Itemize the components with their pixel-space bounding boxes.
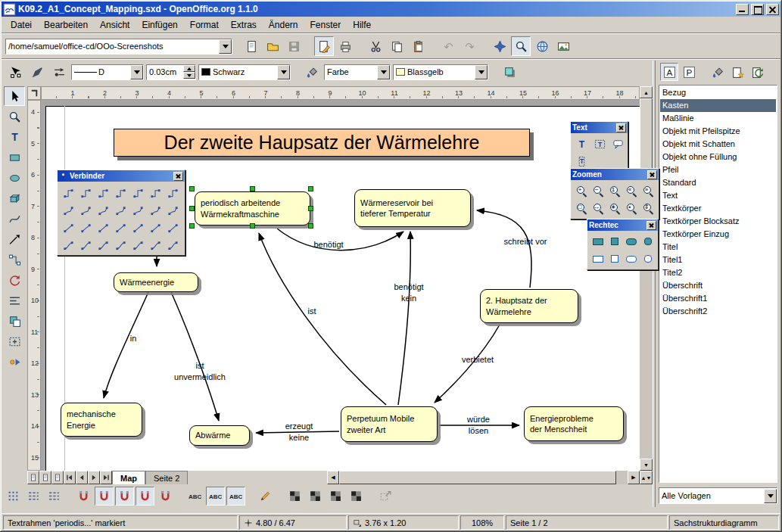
node-waermeenergie[interactable]: Wärmeenergie — [114, 272, 198, 292]
curve-tool[interactable] — [4, 209, 25, 229]
rounded-square-filled[interactable] — [640, 233, 656, 250]
selection-handle[interactable] — [189, 223, 195, 229]
connector-type-button[interactable] — [77, 219, 94, 235]
modify-with-attributes-button[interactable] — [256, 487, 275, 506]
rectangle-outline[interactable] — [590, 250, 606, 267]
rectangle-filled[interactable] — [590, 233, 606, 250]
scroll-down-button[interactable]: ▼ — [640, 459, 653, 471]
zoom-button[interactable] — [511, 36, 531, 56]
insert-tool[interactable] — [4, 331, 25, 351]
graphics-styles-button[interactable] — [660, 63, 678, 81]
close-icon[interactable] — [616, 123, 626, 132]
spin-down-button[interactable] — [183, 72, 195, 79]
snap-to-snap-lines-button[interactable] — [95, 487, 114, 506]
fill-style-combobox[interactable]: Farbe — [324, 64, 391, 80]
snap-to-grid-button[interactable] — [74, 487, 93, 506]
edge-label[interactable]: in — [121, 333, 145, 344]
vertical-ruler[interactable]: 456789101112131415 — [27, 100, 41, 471]
scroll-up-button[interactable]: ▲ — [640, 86, 653, 98]
edge-label[interactable]: ist unvermeidlich — [168, 360, 232, 383]
style-item[interactable]: Titel2 — [660, 266, 776, 279]
connector-type-button[interactable] — [129, 201, 146, 218]
close-icon[interactable] — [646, 221, 656, 230]
connector-type-button[interactable] — [60, 201, 76, 218]
style-item[interactable]: Kasten — [660, 99, 776, 112]
gallery-button[interactable] — [553, 36, 573, 56]
node-waermereservoir[interactable]: Wärmereservoir bei tieferer Temperatur — [354, 189, 471, 227]
chevron-down-icon[interactable] — [219, 39, 232, 54]
connector-type-button[interactable] — [164, 184, 181, 201]
select-text-area-button[interactable] — [206, 487, 225, 506]
rotate-tool[interactable] — [4, 270, 25, 290]
connector-type-button[interactable] — [129, 184, 146, 201]
node-hauptsatz[interactable]: 2. Hauptsatz der Wärmelehre — [480, 289, 578, 323]
connector-type-button[interactable] — [164, 201, 181, 218]
connector-type-button[interactable] — [147, 236, 164, 253]
menu-item[interactable]: Bearbeiten — [38, 18, 94, 32]
style-item[interactable]: Überschrift1 — [660, 292, 776, 305]
menu-item[interactable]: Datei — [5, 18, 38, 32]
style-item[interactable]: Überschrift — [660, 279, 776, 292]
rounded-rectangle-outline[interactable] — [623, 250, 640, 267]
chevron-down-icon[interactable] — [277, 65, 290, 79]
line-style-combobox[interactable]: D — [71, 64, 144, 80]
page-tab[interactable]: Seite 2 — [145, 471, 188, 484]
menu-item[interactable]: Ansicht — [94, 18, 136, 32]
new-document-button[interactable] — [241, 36, 261, 56]
style-item[interactable]: Objekt ohne Füllung — [660, 151, 776, 163]
area-dialog-button[interactable] — [302, 62, 322, 82]
line-color-combobox[interactable]: Schwarz — [198, 64, 291, 80]
arrange-tool[interactable] — [4, 311, 25, 331]
connector-type-button[interactable] — [112, 219, 129, 235]
save-button[interactable] — [284, 36, 304, 56]
next-page-button[interactable] — [88, 471, 100, 484]
connector-type-button[interactable] — [112, 184, 129, 201]
node-mechanische-energie[interactable]: mechanische Energie — [61, 403, 142, 437]
square-outline[interactable] — [606, 250, 623, 267]
alignment-tool[interactable] — [4, 291, 25, 310]
scroll-right-button[interactable]: ▶ — [628, 471, 640, 484]
page-jump-button[interactable]: ▲▼ — [640, 471, 653, 484]
interaction-tool[interactable] — [4, 352, 25, 372]
chevron-down-icon[interactable] — [130, 65, 143, 79]
style-item[interactable]: Titel — [660, 241, 776, 254]
connector-type-button[interactable] — [147, 184, 164, 201]
selection-handle[interactable] — [250, 186, 255, 191]
edge-label[interactable]: verbietet — [453, 354, 503, 366]
first-page-button[interactable] — [64, 471, 76, 484]
status-template[interactable]: Sachstrukturdiagramm — [669, 515, 779, 530]
square-filled[interactable] — [606, 233, 623, 250]
style-item[interactable]: Bezug — [660, 86, 776, 99]
connector-type-button[interactable] — [147, 219, 164, 235]
status-page[interactable]: Seite 1 / 2 — [506, 515, 668, 530]
zoom-optimal-button[interactable]: ∗ — [606, 200, 623, 216]
snap-to-object-points-button[interactable] — [156, 487, 175, 506]
selection-handle[interactable] — [250, 223, 255, 229]
style-item[interactable]: Titel1 — [660, 254, 776, 266]
display-quality-color-button[interactable] — [285, 487, 304, 506]
connector-type-button[interactable] — [77, 236, 94, 253]
node-abwaerme[interactable]: Abwärme — [189, 425, 250, 446]
ellipse-tool[interactable] — [4, 168, 25, 188]
menu-item[interactable]: Ändern — [263, 18, 304, 32]
new-style-from-selection-button[interactable] — [728, 63, 746, 81]
object3d-tool[interactable] — [4, 188, 25, 208]
spin-up-button[interactable] — [183, 65, 195, 72]
connector-type-button[interactable] — [77, 201, 94, 218]
double-click-edit-text-button[interactable] — [226, 487, 245, 506]
exit-all-groups-button[interactable] — [376, 487, 395, 506]
undo-button[interactable] — [438, 36, 458, 56]
titlebar[interactable]: K09.2_A1_Concept_Mapping.sxd - OpenOffic… — [2, 2, 780, 17]
connector-type-button[interactable] — [95, 236, 111, 253]
style-filter-combobox[interactable]: Alle Vorlagen — [659, 487, 777, 504]
horizontal-ruler[interactable]: 123456789101112131415161718 — [41, 86, 640, 100]
maximize-button[interactable] — [751, 4, 764, 15]
minimize-button[interactable] — [736, 4, 749, 15]
view-mode-button-1[interactable] — [27, 471, 39, 484]
palette-titlebar[interactable]: Text — [571, 122, 628, 133]
zoom-object-button[interactable]: ▪ — [623, 200, 640, 216]
view-mode-button-3[interactable] — [51, 471, 64, 484]
selection-handle[interactable] — [308, 206, 313, 211]
palette-titlebar[interactable]: Verbinder — [58, 170, 185, 182]
fill-format-mode-button[interactable] — [709, 63, 727, 81]
